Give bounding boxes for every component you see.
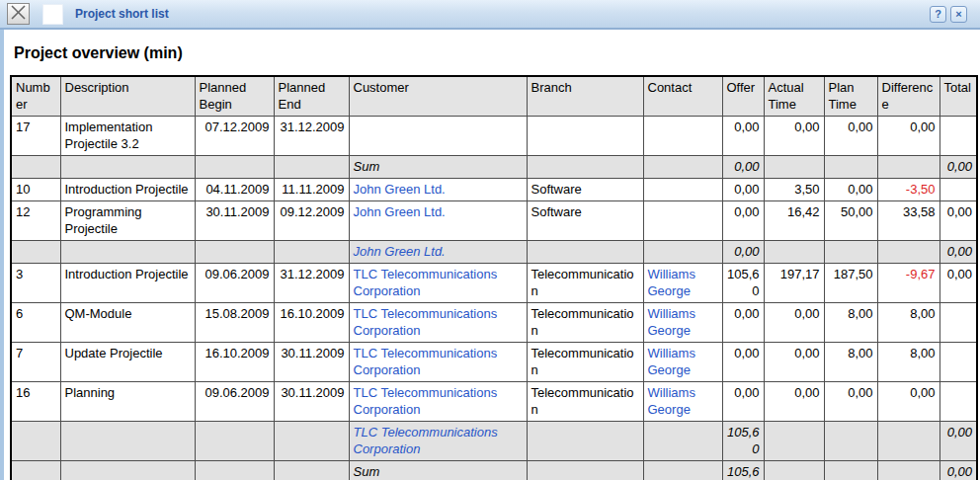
customer-link[interactable]: John Green Ltd. xyxy=(354,244,446,259)
header-row: NumberDescriptionPlanned BeginPlanned En… xyxy=(11,76,977,117)
close-panel-button[interactable] xyxy=(7,3,30,25)
cell-text: 0,00 xyxy=(848,182,872,197)
cell-contact: Williams George xyxy=(643,343,722,382)
cell-text: 0,00 xyxy=(794,120,819,134)
close-icon[interactable]: × xyxy=(950,6,967,23)
cell-text: 8,00 xyxy=(910,306,935,321)
page-title: Project overview (min) xyxy=(14,44,980,62)
cell-planned-begin: 16.10.2009 xyxy=(195,343,274,382)
cell-text: Introduction Projectile xyxy=(65,182,189,197)
column-header-customer: Customer xyxy=(349,76,527,117)
cell-difference xyxy=(877,156,939,179)
cell-text: 0,00 xyxy=(947,464,972,479)
cell-text: 0,00 xyxy=(794,385,819,400)
column-header-difference: Difference xyxy=(877,76,939,117)
cell-number: 3 xyxy=(11,264,60,303)
cell-description xyxy=(60,422,195,461)
cell-text: 16.10.2009 xyxy=(204,346,269,360)
cell-total: 0,00 xyxy=(939,241,977,264)
cell-branch: Telecommunication xyxy=(527,264,643,303)
customer-link[interactable]: TLC Telecommunications Corporation xyxy=(354,425,498,456)
cell-plan-time: 0,00 xyxy=(824,117,877,156)
cell-text: 0,00 xyxy=(947,159,972,174)
cell-text: 0,00 xyxy=(734,120,759,134)
cell-actual-time xyxy=(764,241,824,264)
cell-planned-begin xyxy=(195,461,274,480)
cell-text: 0,00 xyxy=(734,346,759,360)
cell-planned-begin xyxy=(195,156,274,179)
column-header-branch: Branch xyxy=(527,76,643,117)
contact-link[interactable]: Williams George xyxy=(648,267,695,298)
cell-text: 7 xyxy=(16,346,23,360)
cell-text: 30.11.2009 xyxy=(281,385,344,400)
sum-row: Sum0,000,00 xyxy=(11,156,977,179)
column-header-planned-end: Planned End xyxy=(274,76,349,117)
cell-plan-time: 8,00 xyxy=(824,343,877,382)
cell-customer: TLC Telecommunications Corporation xyxy=(349,382,527,422)
cell-total: 0,00 xyxy=(939,422,977,461)
cell-customer: TLC Telecommunications Corporation xyxy=(349,422,527,461)
cell-description xyxy=(60,461,195,480)
cell-contact xyxy=(643,201,722,241)
cell-text: Telecommunication xyxy=(531,385,634,417)
cell-customer: John Green Ltd. xyxy=(349,241,527,264)
select-checkbox[interactable] xyxy=(42,4,63,25)
cell-planned-begin: 30.11.2009 xyxy=(195,201,274,241)
cell-branch xyxy=(527,422,643,461)
cell-branch: Telecommunication xyxy=(527,382,643,422)
cell-text: Software xyxy=(531,182,582,197)
column-header-description: Description xyxy=(60,76,195,117)
customer-link[interactable]: John Green Ltd. xyxy=(354,182,446,197)
cell-text: 8,00 xyxy=(848,346,872,360)
cell-text: 0,00 xyxy=(947,425,972,440)
cell-text: 187,50 xyxy=(834,267,873,281)
cell-plan-time xyxy=(824,156,877,179)
customer-link[interactable]: TLC Telecommunications Corporation xyxy=(354,385,498,417)
cell-text: Telecommunication xyxy=(531,346,634,377)
contact-link[interactable]: Williams George xyxy=(648,306,695,338)
cell-planned-end xyxy=(274,156,349,179)
cell-text: 8,00 xyxy=(848,306,872,321)
cell-offer: 0,00 xyxy=(722,117,764,156)
cell-customer: Sum xyxy=(349,156,527,179)
cell-actual-time: 0,00 xyxy=(764,343,824,382)
cell-contact xyxy=(643,461,722,480)
cell-text: Implementation Projectile 3.2 xyxy=(65,120,153,151)
contact-link[interactable]: Williams George xyxy=(648,346,695,377)
column-header-contact: Contact xyxy=(643,76,722,117)
cell-text: 6 xyxy=(16,306,23,321)
cell-text: 11.11.2009 xyxy=(282,182,344,197)
cell-planned-begin: 09.06.2009 xyxy=(195,264,274,303)
customer-link[interactable]: TLC Telecommunications Corporation xyxy=(354,306,498,338)
contact-link[interactable]: Williams George xyxy=(648,385,695,417)
cell-difference xyxy=(877,461,939,480)
cell-difference: -3,50 xyxy=(877,179,939,201)
cell-text: 0,00 xyxy=(947,204,972,219)
cell-branch xyxy=(527,117,643,156)
cell-description xyxy=(60,241,195,264)
cell-text: -9,67 xyxy=(906,267,936,281)
cell-branch xyxy=(527,241,643,264)
cell-plan-time xyxy=(824,241,877,264)
cell-planned-begin: 07.12.2009 xyxy=(195,117,274,156)
customer-link[interactable]: TLC Telecommunications Corporation xyxy=(354,346,498,377)
cell-text: 0,00 xyxy=(734,244,759,259)
cell-offer: 0,00 xyxy=(722,241,764,264)
sum-row: TLC Telecommunications Corporation105,60… xyxy=(11,422,977,461)
customer-link[interactable]: John Green Ltd. xyxy=(354,204,446,219)
cell-text: Telecommunication xyxy=(531,306,634,338)
table-row: 3Introduction Projectile09.06.200931.12.… xyxy=(11,264,977,303)
cell-customer: TLC Telecommunications Corporation xyxy=(349,264,527,303)
cell-difference: -9,67 xyxy=(877,264,939,303)
cell-total: 0,00 xyxy=(939,156,977,179)
cell-number xyxy=(11,422,60,461)
cell-text: 0,00 xyxy=(794,346,819,360)
cell-actual-time xyxy=(764,156,824,179)
cell-contact xyxy=(643,117,722,156)
cell-plan-time: 0,00 xyxy=(824,179,877,201)
cell-text: 0,00 xyxy=(734,159,759,174)
customer-link[interactable]: TLC Telecommunications Corporation xyxy=(354,267,498,298)
cell-text: 0,00 xyxy=(947,267,972,281)
cell-text: -3,50 xyxy=(906,182,936,197)
help-icon[interactable]: ? xyxy=(930,6,946,23)
